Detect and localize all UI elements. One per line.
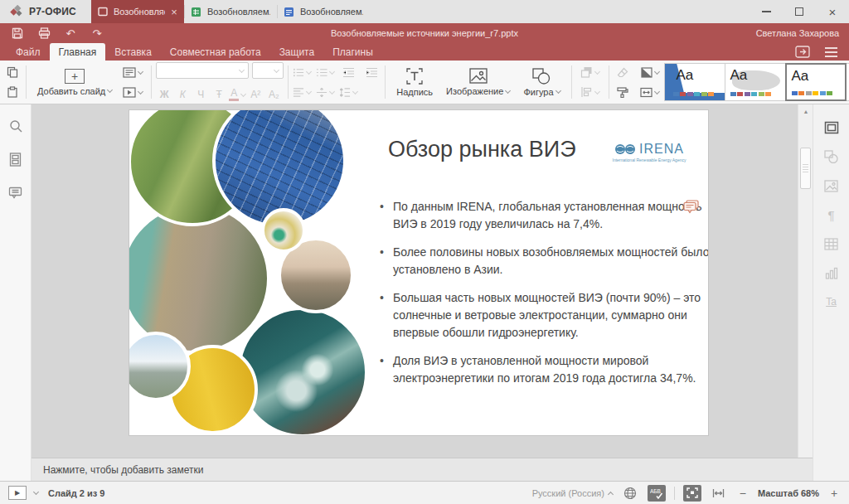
theme-color-swatches bbox=[673, 92, 715, 96]
vertical-align-button[interactable] bbox=[316, 85, 334, 99]
scrollbar-thumb[interactable] bbox=[800, 148, 811, 189]
doc-tab-spreadsheet[interactable]: Возобновляем... bbox=[184, 0, 277, 23]
add-slide-button[interactable]: + Добавить слайд bbox=[31, 63, 119, 101]
status-bar: ▶ Слайд 2 из 9 Русский (Россия) АБВ bbox=[0, 481, 849, 504]
theme-option-gray[interactable]: Aa bbox=[725, 63, 786, 101]
slideshow-options-chevron-icon[interactable] bbox=[33, 489, 39, 495]
notes-area[interactable]: Нажмите, чтобы добавить заметки bbox=[32, 458, 813, 481]
svg-text:АБВ: АБВ bbox=[650, 488, 661, 494]
italic-button[interactable]: К bbox=[174, 87, 191, 102]
slide[interactable]: Обзор рынка ВИЭ IRENA International Rene… bbox=[129, 110, 708, 435]
minimize-button[interactable] bbox=[750, 0, 783, 23]
increase-indent-icon bbox=[366, 67, 378, 78]
tab-collaboration[interactable]: Совместная работа bbox=[161, 43, 270, 61]
numbered-list-button[interactable] bbox=[316, 65, 334, 80]
increase-indent-button[interactable] bbox=[362, 65, 381, 80]
font-color-button[interactable]: А bbox=[229, 87, 245, 102]
table-settings-button[interactable] bbox=[822, 234, 842, 254]
slide-body-text[interactable]: • По данным IRENA, глобальная установлен… bbox=[380, 198, 708, 398]
chart-settings-button[interactable] bbox=[822, 263, 842, 283]
superscript-button[interactable]: А² bbox=[247, 87, 264, 102]
theme-option-white-selected[interactable]: Aa bbox=[785, 63, 847, 101]
search-button[interactable] bbox=[6, 116, 26, 136]
subscript-button[interactable]: А₂ bbox=[265, 87, 282, 102]
bullet-text: По данным IRENA, глобальная установленна… bbox=[393, 198, 708, 233]
font-name-select[interactable] bbox=[156, 62, 249, 79]
theme-option-blue[interactable]: Aa bbox=[664, 63, 725, 101]
fit-to-width-icon bbox=[712, 488, 725, 498]
arrange-shape-button[interactable] bbox=[576, 65, 604, 80]
comment-indicator[interactable] bbox=[683, 200, 699, 214]
tab-plugins[interactable]: Плагины bbox=[323, 43, 382, 61]
slide-settings-button[interactable] bbox=[822, 118, 842, 138]
table-settings-icon bbox=[824, 238, 838, 250]
presentation-icon bbox=[98, 7, 108, 17]
scroll-up-arrow[interactable]: ▲ bbox=[798, 104, 813, 118]
zoom-out-button[interactable]: − bbox=[736, 487, 750, 500]
language-selector[interactable]: Русский (Россия) bbox=[532, 488, 613, 498]
bold-button[interactable]: Ж bbox=[156, 87, 172, 102]
right-sidebar: ¶ Ta bbox=[813, 104, 849, 481]
document-language-button[interactable] bbox=[621, 485, 639, 502]
spellcheck-button[interactable]: АБВ bbox=[648, 485, 666, 502]
paragraph-settings-button[interactable]: ¶ bbox=[822, 205, 842, 225]
doc-tab-presentation[interactable]: Возобновляем... × bbox=[91, 0, 184, 23]
paste-button[interactable] bbox=[3, 85, 22, 99]
clear-style-button[interactable] bbox=[614, 65, 632, 80]
slide-tools-group bbox=[119, 65, 147, 99]
print-button[interactable] bbox=[36, 26, 51, 41]
align-shape-button[interactable] bbox=[576, 85, 604, 99]
fit-to-slide-button[interactable] bbox=[683, 485, 701, 502]
preview-slideshow-button[interactable] bbox=[119, 85, 147, 99]
tab-home[interactable]: Главная bbox=[50, 43, 106, 61]
change-layout-button[interactable] bbox=[119, 65, 147, 80]
strikethrough-button[interactable]: Ŧ bbox=[211, 87, 227, 102]
toolbar: + Добавить слайд Ж К bbox=[0, 61, 849, 104]
horizontal-align-button[interactable] bbox=[293, 85, 311, 99]
maximize-button[interactable] bbox=[783, 0, 816, 23]
insert-textbox-button[interactable]: Надпись bbox=[390, 63, 439, 101]
bring-forward-icon bbox=[580, 66, 593, 78]
slide-size-button[interactable] bbox=[637, 85, 663, 99]
textbox-icon bbox=[406, 68, 423, 85]
vertical-scrollbar[interactable]: ▲ bbox=[798, 104, 813, 458]
undo-button[interactable]: ↶ bbox=[63, 26, 78, 41]
save-button[interactable] bbox=[10, 26, 25, 41]
insert-image-button[interactable]: Изображение bbox=[439, 63, 517, 101]
comments-panel-button[interactable] bbox=[6, 182, 26, 202]
textart-settings-button[interactable]: Ta bbox=[822, 292, 842, 312]
slide-title[interactable]: Обзор рынка ВИЭ bbox=[388, 137, 576, 162]
window-titlebar: Р7-ОФИС Возобновляем... × Возобновляем..… bbox=[0, 0, 849, 23]
copy-button[interactable] bbox=[3, 65, 22, 80]
bullet-marker: • bbox=[380, 352, 393, 387]
start-slideshow-button[interactable]: ▶ bbox=[8, 486, 27, 500]
ribbon-tab-row: Файл Главная Вставка Совместная работа З… bbox=[0, 43, 849, 61]
copy-style-button[interactable] bbox=[614, 85, 632, 99]
main-area: Обзор рынка ВИЭ IRENA International Rene… bbox=[0, 104, 849, 481]
zoom-in-button[interactable]: + bbox=[827, 487, 841, 500]
slide-canvas[interactable]: Обзор рынка ВИЭ IRENA International Rene… bbox=[32, 104, 813, 458]
doc-tab-document[interactable]: Возобновляем... bbox=[277, 0, 370, 23]
decrease-indent-button[interactable] bbox=[339, 65, 357, 80]
font-size-select[interactable] bbox=[252, 62, 284, 79]
tab-protection[interactable]: Защита bbox=[270, 43, 324, 61]
slides-panel-button[interactable] bbox=[6, 149, 26, 169]
underline-button[interactable]: Ч bbox=[192, 87, 209, 102]
irena-name: IRENA bbox=[639, 142, 684, 157]
image-settings-button[interactable] bbox=[822, 176, 842, 196]
shape-fill-button[interactable] bbox=[637, 65, 663, 80]
close-tab-icon[interactable]: × bbox=[171, 7, 177, 17]
line-spacing-icon bbox=[339, 87, 351, 98]
line-spacing-button[interactable] bbox=[339, 85, 357, 99]
insert-shape-button[interactable]: Фигура bbox=[517, 63, 566, 101]
bullet-list-button[interactable] bbox=[293, 65, 311, 80]
menu-icon[interactable] bbox=[825, 47, 837, 57]
fit-to-width-button[interactable] bbox=[710, 485, 728, 502]
close-window-button[interactable]: × bbox=[816, 0, 849, 23]
shape-settings-button[interactable] bbox=[822, 147, 842, 167]
redo-button[interactable]: ↷ bbox=[90, 26, 104, 41]
tab-insert[interactable]: Вставка bbox=[105, 43, 161, 61]
tab-file[interactable]: Файл bbox=[7, 43, 50, 61]
open-file-location-icon[interactable] bbox=[795, 46, 810, 58]
align-shapes-icon bbox=[580, 86, 593, 98]
